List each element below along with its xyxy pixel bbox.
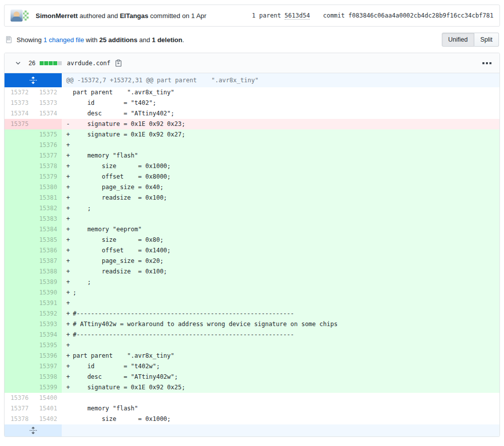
new-line-number[interactable]: 15399 bbox=[33, 382, 62, 393]
old-line-number[interactable] bbox=[5, 298, 33, 309]
diff-marker: + bbox=[62, 277, 73, 287]
old-line-number[interactable] bbox=[5, 151, 33, 161]
new-line-number[interactable]: 15400 bbox=[33, 393, 62, 403]
split-view-button[interactable]: Split bbox=[474, 33, 499, 47]
diff-line-addition: 15399+ signature = 0x1E 0x92 0x25; bbox=[5, 382, 499, 393]
new-line-number[interactable]: 15394 bbox=[33, 330, 62, 340]
new-line-number[interactable]: 15379 bbox=[33, 172, 62, 182]
old-line-number[interactable] bbox=[5, 224, 33, 235]
new-line-number[interactable]: 15392 bbox=[33, 309, 62, 319]
old-line-number[interactable]: 15374 bbox=[5, 108, 33, 119]
new-line-number[interactable]: 15398 bbox=[33, 372, 62, 382]
new-line-number[interactable]: 15380 bbox=[33, 182, 62, 193]
diff-line-deletion: 15375- signature = 0x1E 0x92 0x23; bbox=[5, 119, 499, 129]
new-line-number[interactable]: 15401 bbox=[33, 403, 62, 414]
diff-line-addition: 15386+ offset = 0x1400; bbox=[5, 245, 499, 256]
old-line-number[interactable] bbox=[5, 277, 33, 287]
new-line-number[interactable]: 15382 bbox=[33, 203, 62, 214]
old-line-number[interactable] bbox=[5, 287, 33, 298]
expand-hunk-up-button[interactable] bbox=[5, 73, 62, 87]
old-line-number[interactable] bbox=[5, 361, 33, 372]
old-line-number[interactable] bbox=[5, 266, 33, 277]
new-line-number[interactable]: 15395 bbox=[33, 340, 62, 351]
old-line-number[interactable]: 15375 bbox=[5, 119, 33, 129]
old-line-number[interactable] bbox=[5, 193, 33, 203]
committer-name-link[interactable]: ElTangas bbox=[120, 12, 149, 20]
code-text: offset = 0x8000; bbox=[73, 172, 499, 182]
diff-marker bbox=[62, 87, 73, 98]
new-line-number[interactable]: 15385 bbox=[33, 235, 62, 245]
new-line-number[interactable]: 15378 bbox=[33, 161, 62, 172]
old-line-number[interactable] bbox=[5, 182, 33, 193]
old-line-number[interactable] bbox=[5, 382, 33, 393]
new-line-number[interactable]: 15402 bbox=[33, 414, 62, 424]
diff-marker: - bbox=[62, 119, 73, 129]
code-text: size = 0x80; bbox=[73, 235, 499, 245]
old-line-number[interactable]: 15373 bbox=[5, 98, 33, 108]
diff-line-addition: 15376+ bbox=[5, 140, 499, 151]
copy-file-path-icon[interactable] bbox=[114, 59, 122, 67]
old-line-number[interactable] bbox=[5, 203, 33, 214]
collapse-file-chevron-icon[interactable] bbox=[15, 60, 22, 67]
old-line-number[interactable]: 15372 bbox=[5, 87, 33, 98]
changed-file-link[interactable]: 1 changed file bbox=[43, 36, 84, 44]
old-line-number[interactable] bbox=[5, 351, 33, 361]
new-line-number[interactable]: 15375 bbox=[33, 129, 62, 140]
old-line-number[interactable] bbox=[5, 372, 33, 382]
old-line-number[interactable] bbox=[5, 140, 33, 151]
new-line-number[interactable]: 15381 bbox=[33, 193, 62, 203]
diff-line-context: 1537215372part parent ".avr8x_tiny" bbox=[5, 87, 499, 98]
old-line-number[interactable]: 15377 bbox=[5, 403, 33, 414]
author-avatar[interactable] bbox=[11, 10, 23, 22]
diff-line-addition: 15389+ ; bbox=[5, 277, 499, 287]
new-line-number[interactable]: 15390 bbox=[33, 287, 62, 298]
expand-hunk-down-button[interactable] bbox=[5, 424, 62, 436]
new-line-number[interactable]: 15383 bbox=[33, 214, 62, 224]
new-line-number[interactable]: 15374 bbox=[33, 108, 62, 119]
old-line-number[interactable] bbox=[5, 235, 33, 245]
old-line-number[interactable] bbox=[5, 319, 33, 330]
old-line-number[interactable] bbox=[5, 245, 33, 256]
diff-marker: + bbox=[62, 172, 73, 182]
diff-line-addition: 15384+ memory "eeprom" bbox=[5, 224, 499, 235]
new-line-number[interactable]: 15377 bbox=[33, 151, 62, 161]
new-line-number[interactable]: 15373 bbox=[33, 98, 62, 108]
code-text: memory "eeprom" bbox=[73, 224, 499, 235]
diffstat-block-green bbox=[53, 61, 57, 65]
new-line-number[interactable]: 15397 bbox=[33, 361, 62, 372]
old-line-number[interactable] bbox=[5, 172, 33, 182]
new-line-number[interactable]: 15386 bbox=[33, 245, 62, 256]
old-line-number[interactable] bbox=[5, 309, 33, 319]
new-line-number[interactable]: 15372 bbox=[33, 87, 62, 98]
old-line-number[interactable]: 15376 bbox=[5, 393, 33, 403]
new-line-number[interactable]: 15376 bbox=[33, 140, 62, 151]
old-line-number[interactable] bbox=[5, 214, 33, 224]
diff-marker: + bbox=[62, 182, 73, 193]
diff-line-addition: 15391+ bbox=[5, 298, 499, 309]
new-line-number[interactable]: 15388 bbox=[33, 266, 62, 277]
author-name-link[interactable]: SimonMerrett bbox=[36, 12, 78, 20]
code-text: id = "t402w"; bbox=[73, 361, 499, 372]
diff-marker: + bbox=[62, 140, 73, 151]
new-line-number[interactable]: 15393 bbox=[33, 319, 62, 330]
old-line-number[interactable] bbox=[5, 330, 33, 340]
new-line-number[interactable]: 15389 bbox=[33, 277, 62, 287]
file-name-link[interactable]: avrdude.conf bbox=[67, 60, 110, 67]
file-options-kebab-icon[interactable] bbox=[480, 60, 493, 67]
parent-sha-link[interactable]: 5613d54 bbox=[285, 12, 310, 20]
old-line-number[interactable] bbox=[5, 161, 33, 172]
old-line-number[interactable]: 15378 bbox=[5, 414, 33, 424]
diff-marker bbox=[62, 108, 73, 119]
old-line-number[interactable] bbox=[5, 340, 33, 351]
diff-line-addition: 15382+ ; bbox=[5, 203, 499, 214]
new-line-number[interactable]: 15391 bbox=[33, 298, 62, 309]
new-line-number[interactable]: 15387 bbox=[33, 256, 62, 266]
author-avatars[interactable] bbox=[11, 9, 31, 22]
old-line-number[interactable] bbox=[5, 256, 33, 266]
code-text: page_size = 0x20; bbox=[73, 256, 499, 266]
new-line-number[interactable]: 15384 bbox=[33, 224, 62, 235]
old-line-number[interactable] bbox=[5, 129, 33, 140]
unified-view-button[interactable]: Unified bbox=[442, 33, 474, 47]
new-line-number[interactable]: 15396 bbox=[33, 351, 62, 361]
new-line-number[interactable] bbox=[33, 119, 62, 129]
